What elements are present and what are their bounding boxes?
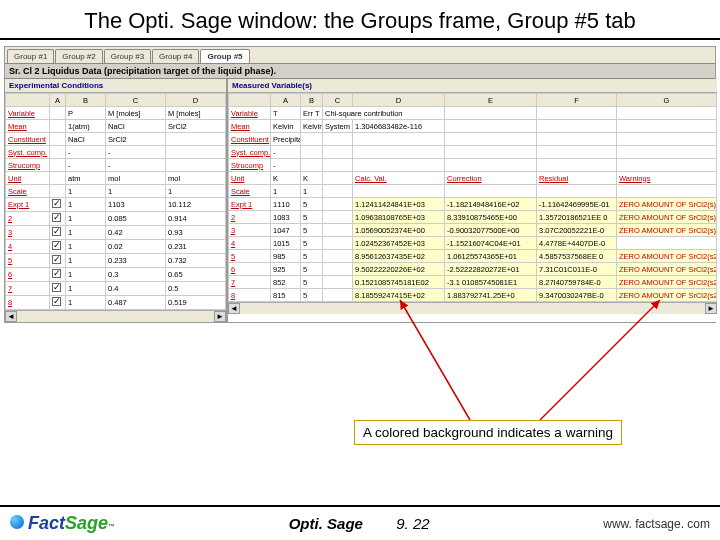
expt-row[interactable]: 610.30.65: [6, 268, 226, 282]
footer-center: Opti. Sage 9. 22: [115, 515, 603, 532]
variable-row: VariableTErr TChi-square contribution: [229, 107, 717, 120]
right-scrollbar[interactable]: ◄►: [228, 302, 717, 314]
unit-row: UnitKKCalc. Val.CorrectionResidualWarnin…: [229, 172, 717, 185]
expt-row[interactable]: Expt 11110310.112: [6, 198, 226, 212]
scroll-left-icon[interactable]: ◄: [5, 311, 17, 322]
version-number: 9. 22: [396, 515, 429, 532]
tab-group-1[interactable]: Group #1: [7, 49, 54, 63]
tab-group-4[interactable]: Group #4: [152, 49, 199, 63]
right-grid[interactable]: A B C D E F G VariableTErr TChi-square c…: [228, 93, 717, 302]
scroll-right-icon[interactable]: ►: [705, 303, 717, 314]
expt-row[interactable]: 598558.95612637435E+021.06125574365E+014…: [229, 250, 717, 263]
tab-group-2[interactable]: Group #2: [55, 49, 102, 63]
checkbox-icon[interactable]: [52, 269, 61, 278]
expt-row[interactable]: 810.4870.519: [6, 296, 226, 310]
group-title-bar: Sr. Cl 2 Liquidus Data (precipitation ta…: [5, 64, 715, 79]
expt-row[interactable]: 310.420.93: [6, 226, 226, 240]
constituent-row: ConstituentPrecipitation: [229, 133, 717, 146]
scale-row: Scale111: [6, 185, 226, 198]
module-name: Opti. Sage: [289, 515, 363, 532]
strucomp-row: Strucomp-: [229, 159, 717, 172]
measured-variables-panel: Measured Variable(s) A B C D E F G Varia…: [228, 79, 717, 322]
scroll-left-icon[interactable]: ◄: [228, 303, 240, 314]
systcomp-row: Syst. comp.--: [6, 146, 226, 159]
constituent-row: ConstituentNaClSrCl2: [6, 133, 226, 146]
variable-row: VariablePM [moles]M [moles]: [6, 107, 226, 120]
checkbox-icon[interactable]: [52, 241, 61, 250]
expt-row[interactable]: 710.40.5: [6, 282, 226, 296]
mean-row: MeanKelvinKelvinSystem1.3046683482e-116: [229, 120, 717, 133]
right-panel-title: Measured Variable(s): [228, 79, 717, 93]
scale-row: Scale11: [229, 185, 717, 198]
group-tabs: Group #1 Group #2 Group #3 Group #4 Grou…: [5, 47, 715, 64]
left-grid[interactable]: A B C D VariablePM [moles]M [moles] Mean…: [5, 93, 226, 310]
slide-title: The Opti. Sage window: the Groups frame,…: [0, 0, 720, 40]
warning-callout: A colored background indicates a warning: [354, 420, 622, 445]
factsage-logo: FactSage™: [10, 513, 115, 534]
checkbox-icon[interactable]: [52, 255, 61, 264]
optisage-window: Group #1 Group #2 Group #3 Group #4 Grou…: [4, 46, 716, 323]
expt-row[interactable]: 881558.18559247415E+021.883792741.25E+09…: [229, 289, 717, 302]
experimental-conditions-panel: Experimental Conditions A B C D Variable…: [5, 79, 226, 322]
expt-row[interactable]: 3104751.05690052374E+00-0.90032077500E+0…: [229, 224, 717, 237]
expt-row[interactable]: 2108351.09638108765E+038.33910875465E+00…: [229, 211, 717, 224]
checkbox-icon[interactable]: [52, 227, 61, 236]
systcomp-row: Syst. comp.-: [229, 146, 717, 159]
mean-row: Mean1(atm)NaClSrCl2: [6, 120, 226, 133]
expt-row[interactable]: 4101551.02452367452E+03-1.15216074C04E+0…: [229, 237, 717, 250]
col-letter-row: A B C D E F G: [229, 94, 717, 107]
checkbox-icon[interactable]: [52, 199, 61, 208]
scroll-right-icon[interactable]: ►: [214, 311, 226, 322]
slide-footer: FactSage™ Opti. Sage 9. 22 www. factsage…: [0, 505, 720, 540]
unit-row: Unitatmmolmol: [6, 172, 226, 185]
panels: Experimental Conditions A B C D Variable…: [5, 79, 715, 322]
tab-group-3[interactable]: Group #3: [104, 49, 151, 63]
left-panel-title: Experimental Conditions: [5, 79, 226, 93]
expt-row[interactable]: 692559.50222220226E+02-2.52222820272E+01…: [229, 263, 717, 276]
expt-row[interactable]: 410.020.231: [6, 240, 226, 254]
checkbox-icon[interactable]: [52, 283, 61, 292]
col-letter-row: A B C D: [6, 94, 226, 107]
checkbox-icon[interactable]: [52, 213, 61, 222]
checkbox-icon[interactable]: [52, 297, 61, 306]
expt-row[interactable]: 210.0850.914: [6, 212, 226, 226]
globe-icon: [10, 515, 24, 529]
expt-row[interactable]: 510.2330.732: [6, 254, 226, 268]
tab-group-5[interactable]: Group #5: [200, 49, 249, 63]
expt-row[interactable]: Expt 1111051.12411424841E+03-1.182149484…: [229, 198, 717, 211]
strucomp-row: Strucomp--: [6, 159, 226, 172]
footer-url: www. factsage. com: [603, 517, 710, 531]
left-scrollbar[interactable]: ◄►: [5, 310, 226, 322]
expt-row[interactable]: 785250.1521085745181E02-3.1 01085745081E…: [229, 276, 717, 289]
